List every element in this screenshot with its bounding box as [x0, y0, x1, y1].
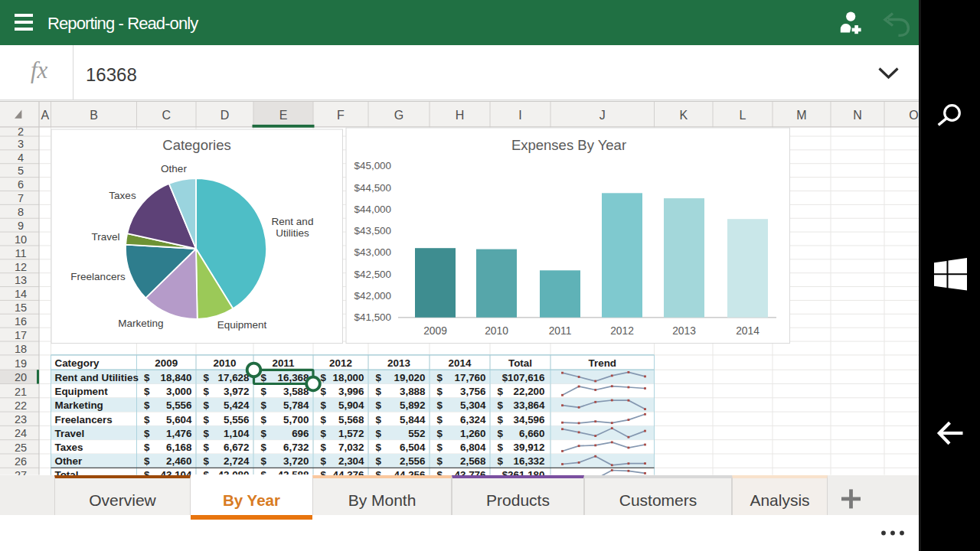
svg-text:$: $	[437, 428, 443, 439]
svg-text:$41,500: $41,500	[354, 311, 391, 323]
svg-text:Utilities: Utilities	[276, 227, 309, 239]
svg-text:2012: 2012	[329, 357, 352, 369]
svg-text:3,720: 3,720	[283, 455, 309, 467]
svg-text:J: J	[599, 109, 606, 122]
svg-text:$43,000: $43,000	[354, 246, 391, 258]
svg-text:17,628: 17,628	[218, 372, 250, 383]
svg-text:$: $	[376, 442, 382, 453]
svg-text:2,724: 2,724	[224, 455, 250, 467]
svg-text:5,904: 5,904	[338, 399, 364, 411]
svg-text:5,304: 5,304	[460, 399, 486, 411]
svg-text:5,892: 5,892	[400, 399, 426, 411]
svg-text:$: $	[261, 442, 267, 453]
svg-text:$: $	[321, 399, 327, 411]
svg-text:20: 20	[15, 371, 27, 383]
svg-text:6,504: 6,504	[400, 442, 426, 453]
svg-text:6,804: 6,804	[460, 442, 486, 453]
svg-text:$: $	[376, 414, 382, 425]
svg-text:$43,500: $43,500	[354, 225, 391, 236]
svg-text:Marketing: Marketing	[118, 318, 163, 329]
svg-text:2,556: 2,556	[400, 455, 426, 467]
svg-text:17,760: 17,760	[455, 372, 486, 383]
svg-text:9: 9	[18, 220, 24, 232]
svg-text:6,732: 6,732	[283, 442, 309, 453]
svg-text:D: D	[220, 109, 230, 122]
svg-text:$: $	[498, 386, 504, 397]
svg-text:Freelancers: Freelancers	[70, 271, 126, 282]
svg-text:$: $	[498, 414, 504, 425]
svg-text:$: $	[376, 372, 382, 383]
svg-text:5,784: 5,784	[283, 399, 309, 411]
svg-text:$: $	[321, 428, 327, 439]
svg-text:15: 15	[15, 302, 27, 314]
svg-text:$: $	[437, 455, 443, 467]
svg-text:M: M	[796, 109, 806, 122]
svg-text:2013: 2013	[387, 357, 410, 369]
svg-text:2012: 2012	[610, 325, 634, 337]
svg-text:Travel: Travel	[91, 231, 119, 243]
svg-text:2011: 2011	[549, 325, 572, 337]
svg-text:5,556: 5,556	[166, 399, 192, 411]
svg-text:1,572: 1,572	[338, 428, 364, 439]
svg-text:34,596: 34,596	[514, 414, 545, 425]
svg-text:F: F	[337, 109, 345, 122]
svg-text:Category: Category	[55, 357, 100, 369]
svg-text:K: K	[679, 109, 688, 122]
svg-text:5: 5	[18, 165, 24, 177]
svg-text:B: B	[90, 109, 98, 122]
svg-text:3,756: 3,756	[460, 386, 486, 397]
svg-text:21: 21	[15, 386, 27, 398]
svg-text:3,000: 3,000	[166, 386, 192, 397]
svg-text:$: $	[437, 399, 443, 411]
svg-text:8: 8	[18, 206, 24, 218]
svg-text:Total: Total	[508, 357, 532, 369]
svg-text:$: $	[437, 442, 443, 453]
svg-text:2014: 2014	[449, 357, 472, 369]
svg-text:$: $	[498, 455, 504, 467]
svg-text:2011: 2011	[272, 357, 295, 369]
svg-text:Taxes: Taxes	[109, 190, 136, 201]
svg-text:$: $	[498, 399, 504, 411]
svg-text:$: $	[144, 386, 150, 397]
svg-text:Marketing: Marketing	[55, 399, 103, 411]
svg-text:$: $	[144, 428, 150, 439]
svg-text:2,568: 2,568	[460, 455, 486, 467]
svg-text:$: $	[376, 399, 382, 411]
svg-text:$45,000: $45,000	[354, 160, 391, 171]
svg-text:$: $	[144, 442, 150, 453]
svg-text:$: $	[204, 455, 210, 467]
svg-text:$: $	[321, 442, 327, 453]
svg-text:$: $	[261, 414, 267, 425]
svg-text:$: $	[321, 372, 327, 383]
svg-text:6: 6	[18, 178, 24, 191]
svg-text:Trend: Trend	[589, 357, 616, 369]
svg-text:Taxes: Taxes	[55, 442, 83, 453]
svg-text:G: G	[394, 109, 403, 122]
svg-text:$: $	[261, 455, 267, 467]
svg-text:6,324: 6,324	[460, 414, 486, 425]
svg-text:Equipment: Equipment	[217, 319, 267, 331]
svg-text:$: $	[261, 399, 267, 411]
svg-text:16,368: 16,368	[278, 372, 310, 383]
svg-text:H: H	[456, 109, 465, 122]
svg-text:16,332: 16,332	[514, 455, 545, 467]
svg-text:$: $	[204, 399, 210, 411]
svg-text:$: $	[498, 442, 504, 453]
svg-text:$: $	[144, 455, 150, 467]
svg-text:2: 2	[18, 126, 24, 138]
svg-text:Other: Other	[161, 163, 187, 174]
svg-text:L: L	[740, 109, 746, 122]
svg-text:$: $	[437, 372, 443, 383]
svg-text:25: 25	[15, 442, 27, 454]
svg-text:Equipment: Equipment	[55, 386, 109, 397]
svg-text:$: $	[144, 414, 150, 425]
svg-text:Expenses By Year: Expenses By Year	[511, 137, 626, 153]
svg-text:$: $	[144, 399, 150, 411]
svg-text:$42,500: $42,500	[354, 269, 391, 280]
svg-text:23: 23	[15, 413, 27, 425]
svg-text:2009: 2009	[423, 325, 447, 337]
svg-text:5,556: 5,556	[224, 414, 250, 425]
svg-text:6,672: 6,672	[224, 442, 250, 453]
svg-text:3,972: 3,972	[224, 386, 250, 397]
svg-text:$: $	[437, 386, 443, 397]
